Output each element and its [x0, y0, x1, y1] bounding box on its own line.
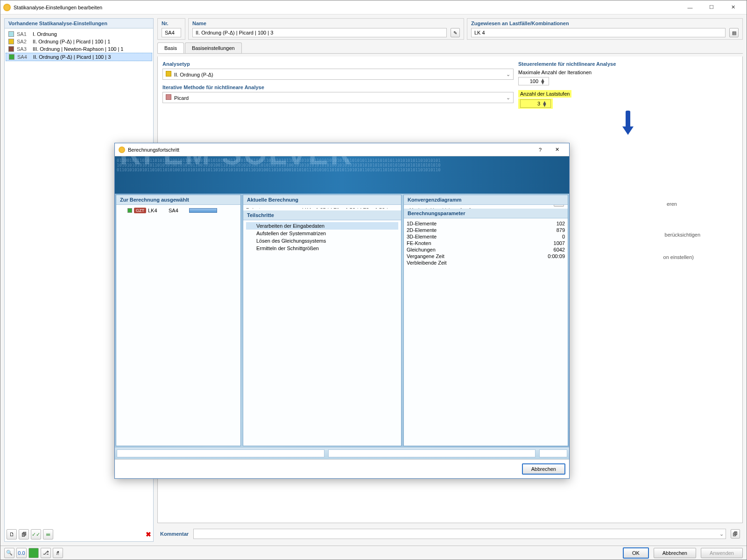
- substep-3: Lösen des Gleichungssystems: [246, 237, 398, 245]
- controls-section-title: Steuerelemente für nichtlineare Analyse: [518, 61, 738, 67]
- col-selected-header: Zur Berechnung ausgewählt: [116, 195, 240, 205]
- tree-header: Vorhandene Statikanalyse-Einstellungen: [5, 19, 153, 28]
- nr-field-group: Nr. SA4: [157, 18, 185, 40]
- close-button[interactable]: ✕: [722, 1, 744, 14]
- dialog-title: Berechnungsfortschritt: [128, 147, 532, 153]
- status-bar: 🔍 0.0 ⎇ f! OK Abbrechen Anwenden: [0, 546, 747, 560]
- color-swatch: [8, 31, 14, 37]
- copy-item-button[interactable]: 🗐: [19, 529, 29, 539]
- assigned-input[interactable]: LK 4: [471, 28, 726, 37]
- minimize-button[interactable]: —: [679, 1, 701, 14]
- ok-button[interactable]: OK: [623, 547, 649, 559]
- substeps-header: Teilschritte: [243, 210, 401, 220]
- substep-4: Ermitteln der Schnittgrößen: [246, 245, 398, 252]
- name-input[interactable]: II. Ordnung (P-Δ) | Picard | 100 | 3: [192, 28, 447, 37]
- status-icon-5[interactable]: f!: [53, 548, 63, 558]
- load-steps-label: Anzahl der Laststufen: [518, 90, 571, 98]
- color-swatch: [8, 46, 14, 52]
- dialog-cancel-button[interactable]: Abbrechen: [522, 463, 565, 475]
- status-icon-3[interactable]: [28, 548, 39, 558]
- method-dropdown[interactable]: Picard ⌄: [162, 92, 514, 103]
- params-header: Berechnungsparameter: [404, 209, 568, 218]
- comment-input[interactable]: ⌄: [193, 529, 726, 539]
- comment-row: Kommentar ⌄ 🗐: [157, 526, 743, 542]
- nr-input[interactable]: SA4: [162, 28, 181, 37]
- name-field-group: Name II. Ordnung (P-Δ) | Picard | 100 | …: [188, 18, 464, 40]
- status-icon-4[interactable]: ⎇: [41, 548, 51, 558]
- title-bar: Statikanalyse-Einstellungen bearbeiten —…: [0, 0, 747, 14]
- new-item-button[interactable]: 🗋: [7, 529, 17, 539]
- substep-1: Verarbeiten der Eingabedaten: [246, 222, 398, 230]
- delete-button[interactable]: ✖: [146, 531, 151, 538]
- dialog-close-button[interactable]: ✕: [549, 147, 565, 153]
- maximize-button[interactable]: ☐: [701, 1, 722, 14]
- app-icon: [3, 4, 11, 11]
- tree-item-sa4[interactable]: SA4 II. Ordnung (P-Δ) | Picard | 100 | 3: [6, 53, 152, 61]
- cancel-button[interactable]: Abbrechen: [654, 548, 696, 558]
- window-title: Statikanalyse-Einstellungen bearbeiten: [14, 5, 679, 10]
- help-button[interactable]: ?: [532, 147, 549, 153]
- col-diagram-header: Konvergenzdiagramm: [404, 195, 568, 205]
- chevron-down-icon: ⌄: [506, 95, 510, 101]
- tab-basis[interactable]: Basis: [157, 42, 184, 53]
- tree-item-sa2[interactable]: SA2 II. Ordnung (P-Δ) | Picard | 100 | 1: [6, 38, 152, 45]
- annotation-arrow-icon: [622, 111, 634, 134]
- comment-picker-button[interactable]: 🗐: [731, 529, 740, 539]
- status-icon-1[interactable]: 🔍: [4, 548, 14, 558]
- analysis-type-label: Analysetyp: [162, 61, 514, 67]
- substep-2: Aufstellen der Systemmatrizen: [246, 230, 398, 237]
- load-steps-spinner[interactable]: ▲▼: [520, 99, 551, 108]
- status-icon-2[interactable]: 0.0: [16, 548, 27, 558]
- method-label: Iterative Methode für nichtlineare Analy…: [162, 84, 514, 90]
- apply-button[interactable]: Anwenden: [701, 548, 743, 558]
- progress-dialog: Berechnungsfortschritt ? ✕ RFEM SOLVER 0…: [114, 143, 570, 479]
- selected-row: GZT LK4 SA4: [119, 207, 238, 214]
- tab-basiseinstellungen[interactable]: Basiseinstellungen: [185, 42, 242, 53]
- max-iterations-spinner[interactable]: ▲▼: [518, 77, 549, 85]
- chevron-down-icon: ⌄: [506, 71, 510, 77]
- tab-bar: Basis Basiseinstellungen: [157, 42, 743, 54]
- edit-name-button[interactable]: ✎: [451, 28, 460, 37]
- zoom-chart-button[interactable]: 🔍: [554, 205, 564, 207]
- tree-item-sa1[interactable]: SA1 I. Ordnung: [6, 30, 152, 38]
- color-swatch: [8, 39, 14, 44]
- tree-item-sa3[interactable]: SA3 III. Ordnung | Newton-Raphson | 100 …: [6, 45, 152, 53]
- max-iterations-label: Maximale Anzahl der Iterationen: [518, 70, 738, 75]
- assigned-picker-button[interactable]: ▤: [729, 28, 739, 37]
- toolbar-button[interactable]: ⩸: [43, 529, 53, 539]
- color-swatch: [9, 54, 14, 60]
- col-current-header: Aktuelle Berechnung: [243, 195, 401, 205]
- dialog-banner: RFEM SOLVER 0110010111010110101101001011…: [115, 156, 569, 194]
- assigned-field-group: Zugewiesen an Lastfälle/Kombinationen LK…: [467, 18, 743, 40]
- progress-bar: [189, 208, 217, 213]
- analysis-type-dropdown[interactable]: II. Ordnung (P-Δ) ⌄: [162, 69, 514, 80]
- dialog-progress-row: [115, 447, 569, 459]
- app-icon: [119, 147, 125, 153]
- check-button[interactable]: ✓✓: [31, 529, 41, 539]
